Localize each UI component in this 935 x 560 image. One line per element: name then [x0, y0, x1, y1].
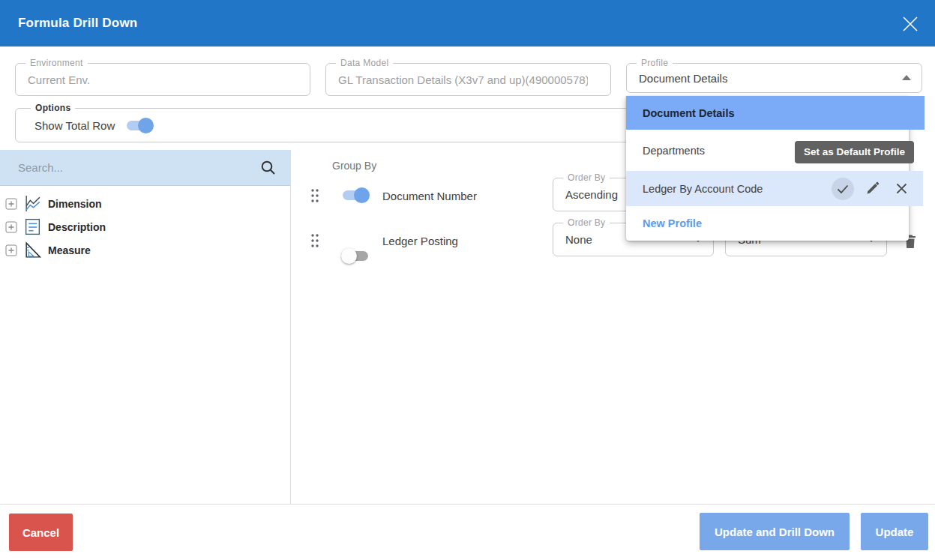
profile-select[interactable]: Profile Document Details: [626, 63, 922, 93]
tree-item-dimension[interactable]: Dimension: [5, 193, 283, 214]
toggle-knob: [341, 248, 357, 264]
environment-value: Current Env.: [28, 64, 287, 95]
show-total-row-label: Show Total Row: [34, 119, 115, 132]
dropdown-item-label: Departments: [643, 145, 705, 157]
search-icon[interactable]: [260, 160, 277, 176]
new-profile-link[interactable]: New Profile: [626, 206, 909, 241]
dropdown-item-document-details[interactable]: Document Details: [626, 96, 925, 130]
tree-item-measure[interactable]: Measure: [5, 240, 283, 260]
update-and-drill-down-button[interactable]: Update and Drill Down: [700, 513, 850, 550]
tree-item-label: Dimension: [48, 198, 102, 210]
search-input[interactable]: [18, 150, 228, 185]
new-profile-label: New Profile: [643, 217, 702, 229]
document-number-toggle[interactable]: [341, 187, 370, 203]
footer-divider: [0, 504, 935, 505]
expand-plus-icon[interactable]: [5, 244, 17, 256]
profile-value: Document Details: [639, 64, 899, 92]
chevron-up-icon: [902, 75, 911, 80]
tree-item-label: Measure: [48, 244, 91, 256]
environment-field[interactable]: Environment Current Env.: [15, 63, 310, 96]
tree-item-description[interactable]: Description: [5, 217, 283, 237]
remove-x-icon[interactable]: [890, 178, 913, 200]
panel-divider: [290, 150, 291, 504]
dropdown-item-label: Document Details: [643, 107, 734, 119]
line-chart-icon: [23, 194, 42, 213]
drag-handle-icon[interactable]: [310, 187, 320, 204]
dropdown-item-ledger-by-account-code[interactable]: Ledger By Account Code: [626, 171, 923, 206]
expand-plus-icon[interactable]: [5, 198, 17, 210]
drag-handle-icon[interactable]: [310, 232, 320, 249]
sidebar-search-bar: [0, 150, 290, 186]
ledger-posting-toggle[interactable]: [341, 248, 370, 264]
group-by-heading: Group By: [332, 160, 376, 172]
modal-title: Formula Drill Down: [18, 0, 137, 46]
confirm-check-icon[interactable]: [832, 178, 854, 200]
update-button[interactable]: Update: [861, 513, 928, 550]
set-square-icon: [23, 241, 42, 259]
toggle-knob: [354, 187, 370, 203]
close-icon[interactable]: [899, 13, 922, 35]
set-default-profile-tooltip: Set as Default Profile: [795, 141, 914, 163]
dropdown-item-label: Ledger By Account Code: [643, 183, 763, 195]
toggle-knob: [138, 118, 154, 133]
edit-pencil-icon[interactable]: [861, 178, 883, 200]
group-by-field-name: Document Number: [382, 190, 477, 202]
tree-item-label: Description: [48, 221, 106, 233]
cancel-button[interactable]: Cancel: [9, 514, 73, 551]
modal-header: Formula Drill Down: [0, 0, 935, 46]
data-model-field[interactable]: Data Model GL Transaction Details (X3v7 …: [325, 63, 611, 96]
group-by-field-name: Ledger Posting: [382, 235, 458, 247]
data-model-value: GL Transaction Details (X3v7 and up)(490…: [338, 64, 588, 95]
expand-plus-icon[interactable]: [5, 221, 17, 233]
show-total-row-toggle[interactable]: [125, 118, 154, 133]
document-icon: [23, 217, 42, 236]
profile-dropdown-menu: Document Details Departments Ledger By A…: [626, 96, 909, 241]
